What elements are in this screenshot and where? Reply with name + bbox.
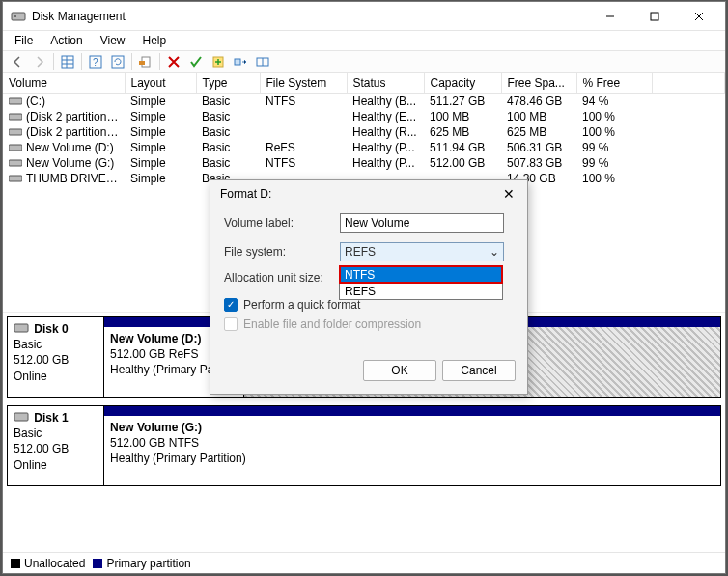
help-icon[interactable]: ? [85, 52, 106, 71]
partition-box-1[interactable]: New Volume (G:) 512.00 GB NTFS Healthy (… [104, 416, 720, 485]
disk-state: Online [14, 458, 47, 472]
menu-action[interactable]: Action [42, 33, 90, 48]
svg-rect-3 [62, 56, 73, 68]
col-capacity[interactable]: Capacity [424, 73, 501, 94]
svg-rect-8 [139, 61, 145, 65]
menu-view[interactable]: View [93, 33, 133, 48]
minimize-button[interactable] [588, 3, 632, 30]
disk-body-1: New Volume (G:) 512.00 GB NTFS Healthy (… [104, 416, 720, 485]
svg-rect-10 [235, 59, 240, 65]
col-pctfree[interactable]: % Free [576, 73, 652, 94]
drive-icon [9, 157, 22, 167]
col-status[interactable]: Status [347, 73, 424, 94]
check-icon[interactable] [185, 52, 207, 71]
legend: Unallocated Primary partition [3, 552, 725, 573]
compression-label: Enable file and folder compression [243, 317, 421, 331]
col-layout[interactable]: Layout [125, 73, 196, 94]
svg-rect-2 [651, 13, 658, 20]
table-row[interactable]: (Disk 2 partition 1)SimpleBasicHealthy (… [3, 109, 725, 124]
cancel-button[interactable]: Cancel [442, 360, 516, 381]
ok-button[interactable]: OK [363, 360, 436, 381]
svg-rect-13 [9, 114, 22, 120]
detail-view-icon[interactable] [57, 52, 78, 71]
col-volume[interactable]: Volume [3, 73, 125, 94]
col-freespace[interactable]: Free Spa... [501, 73, 576, 94]
svg-text:?: ? [93, 57, 98, 68]
disk-icon [11, 9, 26, 24]
chevron-down-icon: ⌄ [490, 245, 499, 259]
col-filesystem[interactable]: File System [260, 73, 347, 94]
svg-rect-18 [14, 324, 28, 332]
table-header-row: Volume Layout Type File System Status Ca… [3, 73, 725, 94]
menu-file[interactable]: File [7, 33, 41, 48]
drive-icon [9, 126, 22, 136]
window-title: Disk Management [32, 10, 588, 23]
drive-icon [9, 111, 22, 121]
toolbar: ? [3, 50, 725, 73]
svg-rect-0 [12, 13, 25, 20]
menubar: File Action View Help [3, 31, 725, 50]
col-type[interactable]: Type [196, 73, 260, 94]
forward-button[interactable] [29, 52, 50, 71]
table-row[interactable]: New Volume (G:)SimpleBasicNTFSHealthy (P… [3, 155, 725, 171]
checkbox-icon: ✓ [224, 298, 238, 312]
volume-label-label: Volume label: [224, 216, 340, 230]
table-row[interactable]: (Disk 2 partition 4)SimpleBasicHealthy (… [3, 124, 725, 140]
disk-row-1[interactable]: Disk 1 Basic 512.00 GB Online New Volume… [7, 405, 721, 486]
partition-line2: Healthy (Primary Pa [110, 363, 213, 376]
quick-format-label: Perform a quick format [243, 298, 360, 312]
drive-icon [9, 173, 22, 182]
svg-point-1 [14, 15, 16, 17]
menu-help[interactable]: Help [135, 33, 175, 48]
filesystem-dropdown: NTFS REFS [339, 265, 503, 300]
disk-name: Disk 0 [34, 322, 68, 336]
disk-size: 512.00 GB [14, 442, 69, 455]
partition-title: New Volume (G:) [110, 420, 714, 435]
allocation-label: Allocation unit size: [224, 271, 340, 285]
back-button[interactable] [7, 52, 28, 71]
drive-icon [14, 410, 29, 424]
disk-side-1: Disk 1 Basic 512.00 GB Online [8, 406, 104, 485]
disk-size: 512.00 GB [14, 353, 69, 367]
table-row[interactable]: New Volume (D:)SimpleBasicReFSHealthy (P… [3, 140, 725, 155]
dialog-close-button[interactable]: ✕ [496, 186, 521, 202]
svg-rect-16 [9, 160, 22, 166]
filesystem-select[interactable]: REFS ⌄ [340, 242, 504, 261]
refresh-icon[interactable] [107, 52, 128, 71]
properties-icon[interactable] [135, 52, 156, 71]
table-row[interactable]: (C:)SimpleBasicNTFSHealthy (B...511.27 G… [3, 94, 725, 110]
new-icon[interactable] [208, 52, 229, 71]
compression-checkbox: Enable file and folder compression [224, 317, 514, 331]
partition-line1: 512.00 GB ReFS [110, 347, 198, 361]
close-button[interactable] [677, 3, 721, 30]
quick-format-checkbox[interactable]: ✓ Perform a quick format [224, 298, 514, 312]
svg-rect-12 [9, 98, 22, 104]
disk-name: Disk 1 [34, 411, 68, 425]
disk-state: Online [14, 370, 47, 383]
partition-band [104, 406, 720, 416]
maximize-button[interactable] [632, 3, 677, 30]
legend-unallocated: Unallocated [11, 557, 85, 570]
dialog-buttons: OK Cancel [210, 355, 527, 394]
legend-primary: Primary partition [93, 557, 190, 570]
dialog-title: Format D: [220, 187, 496, 201]
disk-type: Basic [14, 426, 42, 440]
drive-icon [14, 321, 29, 335]
layout-icon[interactable] [252, 52, 273, 71]
extend-icon[interactable] [230, 52, 251, 71]
partition-line2: Healthy (Primary Partition) [110, 452, 246, 465]
titlebar: Disk Management [3, 2, 725, 31]
legend-unallocated-label: Unallocated [24, 557, 85, 570]
partition-line1: 512.00 GB NTFS [110, 436, 199, 450]
disk-type: Basic [14, 338, 42, 351]
dialog-titlebar: Format D: ✕ [210, 180, 527, 207]
volume-label-input[interactable] [340, 213, 504, 233]
delete-icon[interactable] [163, 52, 184, 71]
filesystem-value: REFS [345, 245, 376, 259]
filesystem-label: File system: [224, 245, 340, 259]
option-ntfs[interactable]: NTFS [340, 266, 502, 283]
svg-rect-14 [9, 129, 22, 135]
col-extra[interactable] [652, 73, 725, 94]
svg-rect-17 [9, 176, 22, 181]
option-refs[interactable]: REFS [340, 283, 502, 299]
